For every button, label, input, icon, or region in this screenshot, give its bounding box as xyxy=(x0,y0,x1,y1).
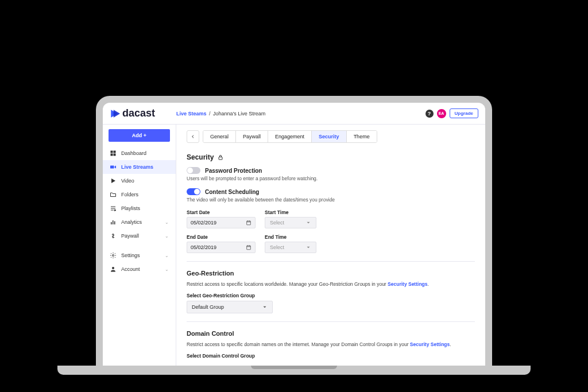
dollar-icon xyxy=(110,232,117,239)
sidebar-item-label: Paywall xyxy=(121,233,139,239)
upgrade-button[interactable]: Upgrade xyxy=(450,108,478,118)
brand-name: dacast xyxy=(122,107,155,119)
breadcrumb-root[interactable]: Live Steams xyxy=(176,111,207,117)
divider xyxy=(187,261,475,262)
domain-heading: Domain Control xyxy=(187,330,475,337)
topbar: dacast Live Steams / Johanna's Live Stre… xyxy=(103,103,485,125)
tab-engagement[interactable]: Engagement xyxy=(268,131,312,142)
sidebar-item-label: Live Streams xyxy=(121,164,153,170)
sidebar-item-label: Dashboard xyxy=(121,150,146,156)
sidebar-item-dashboard[interactable]: Dashboard xyxy=(103,146,176,160)
sidebar-item-analytics[interactable]: Analytics ⌄ xyxy=(103,215,176,229)
breadcrumb-current: Johanna's Live Stream xyxy=(213,111,265,117)
content-scheduling-toggle[interactable] xyxy=(187,188,200,195)
breadcrumb: Live Steams / Johanna's Live Stream xyxy=(176,111,425,117)
sidebar-item-settings[interactable]: Settings ⌄ xyxy=(103,249,176,262)
password-protection-toggle[interactable] xyxy=(187,167,200,174)
lock-icon xyxy=(217,154,224,161)
end-time-label: End Time xyxy=(265,234,316,240)
svg-rect-8 xyxy=(111,222,112,224)
svg-rect-0 xyxy=(111,151,113,153)
tab-theme[interactable]: Theme xyxy=(347,131,377,142)
playlist-icon xyxy=(110,205,117,212)
logo-icon xyxy=(110,108,120,119)
page-title: Security xyxy=(187,153,214,161)
sidebar-item-label: Playlists xyxy=(121,205,140,211)
svg-rect-14 xyxy=(247,221,251,225)
camera-icon xyxy=(110,164,117,170)
start-date-label: Start Date xyxy=(187,209,256,215)
geo-group-label: Select Geo-Restriction Group xyxy=(187,293,475,298)
start-time-label: Start Time xyxy=(265,209,316,215)
analytics-icon xyxy=(110,219,117,226)
sidebar-item-live-streams[interactable]: Live Streams xyxy=(103,160,176,174)
svg-rect-3 xyxy=(114,154,116,156)
domain-desc: Restrict access to specific domain names… xyxy=(187,341,475,347)
svg-rect-2 xyxy=(111,154,113,156)
end-time-select[interactable]: Select xyxy=(265,242,316,253)
folder-icon xyxy=(110,191,117,198)
tab-general[interactable]: General xyxy=(203,131,236,142)
geo-group-select[interactable]: Default Group xyxy=(187,301,273,313)
start-date-input[interactable]: 05/02/2019 xyxy=(187,217,256,228)
sidebar: Add + Dashboard Live Streams xyxy=(103,125,176,366)
security-settings-link[interactable]: Security Settings xyxy=(410,341,450,347)
sidebar-item-folders[interactable]: Folders xyxy=(103,188,176,201)
sidebar-item-label: Video xyxy=(121,178,134,184)
back-button[interactable] xyxy=(187,130,199,143)
chevron-down-icon: ⌄ xyxy=(165,234,169,239)
sidebar-item-paywall[interactable]: Paywall ⌄ xyxy=(103,229,176,243)
brand-logo: dacast xyxy=(110,107,176,119)
calendar-icon xyxy=(246,220,252,226)
content-scheduling-label: Content Scheduling xyxy=(205,189,259,195)
chevron-down-icon: ⌄ xyxy=(165,253,169,258)
sidebar-item-playlists[interactable]: Playlists xyxy=(103,201,176,215)
person-icon xyxy=(110,266,117,273)
avatar[interactable]: EA xyxy=(437,109,446,118)
tab-security[interactable]: Security xyxy=(312,131,347,142)
svg-rect-13 xyxy=(219,157,222,160)
main-content: General Paywall Engagement Security Them… xyxy=(176,125,485,366)
sidebar-item-label: Account xyxy=(121,266,140,272)
sidebar-item-label: Analytics xyxy=(121,219,142,225)
scheduling-hint: The video will only be available between… xyxy=(187,197,475,203)
divider xyxy=(187,321,475,322)
end-date-input[interactable]: 05/02/2019 xyxy=(187,242,256,253)
start-time-placeholder: Select xyxy=(270,220,284,226)
chevron-down-icon xyxy=(305,220,311,226)
dashboard-icon xyxy=(110,150,117,157)
chevron-down-icon xyxy=(305,244,311,250)
start-date-value: 05/02/2019 xyxy=(191,220,216,226)
domain-group-label: Select Domain Control Group xyxy=(187,353,475,359)
geo-desc: Restrict access to specific locations wo… xyxy=(187,281,475,287)
svg-rect-9 xyxy=(113,220,114,224)
svg-rect-10 xyxy=(114,222,115,225)
play-icon xyxy=(110,177,117,184)
chevron-left-icon xyxy=(191,134,195,139)
add-button[interactable]: Add + xyxy=(109,129,170,142)
sidebar-item-label: Settings xyxy=(121,253,140,258)
tab-bar: General Paywall Engagement Security Them… xyxy=(203,130,377,143)
geo-heading: Geo-Restriction xyxy=(187,270,475,277)
end-date-value: 05/02/2019 xyxy=(191,244,216,250)
password-hint: Users will be prompted to enter a passwo… xyxy=(187,176,475,181)
security-settings-link[interactable]: Security Settings xyxy=(388,281,427,287)
svg-point-11 xyxy=(113,255,114,257)
calendar-icon xyxy=(246,244,252,250)
sidebar-item-account[interactable]: Account ⌄ xyxy=(103,262,176,276)
help-icon[interactable]: ? xyxy=(425,110,434,118)
password-protection-label: Password Protection xyxy=(205,168,262,174)
sidebar-item-label: Folders xyxy=(121,192,138,197)
start-time-select[interactable]: Select xyxy=(265,217,316,228)
svg-point-12 xyxy=(112,267,114,269)
gear-icon xyxy=(110,252,117,259)
geo-group-value: Default Group xyxy=(192,304,224,310)
svg-rect-1 xyxy=(114,151,116,153)
sidebar-item-video[interactable]: Video xyxy=(103,174,176,188)
end-date-label: End Date xyxy=(187,234,256,240)
tab-paywall[interactable]: Paywall xyxy=(236,131,268,142)
svg-rect-4 xyxy=(110,166,114,169)
chevron-down-icon xyxy=(262,304,268,310)
chevron-down-icon: ⌄ xyxy=(165,267,169,272)
svg-rect-18 xyxy=(247,246,251,250)
